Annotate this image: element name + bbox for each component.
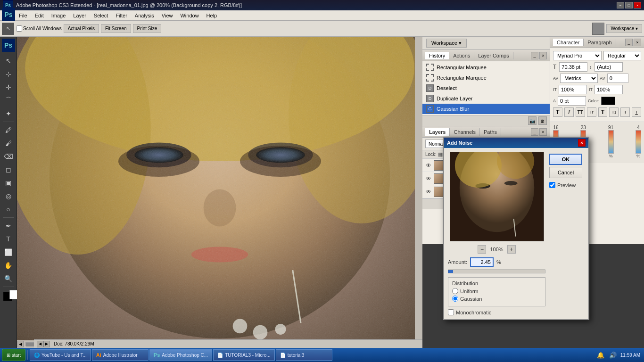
amount-slider[interactable] [448, 270, 545, 273]
lasso-tool[interactable]: ⌒ [2, 94, 15, 107]
shape-tool[interactable]: ⬜ [2, 246, 15, 258]
eyedropper-tool[interactable]: 🖉 [2, 124, 15, 136]
text-tool[interactable]: T [2, 233, 15, 245]
scroll-left-btn[interactable]: ◀ [17, 341, 24, 347]
gaussian-radio[interactable] [452, 296, 458, 302]
workspace-icon[interactable] [592, 23, 604, 35]
font-family-select[interactable]: Myriad Pro [553, 51, 602, 60]
uniform-radio[interactable] [452, 288, 458, 294]
lock-transparent-icon[interactable]: ▦ [438, 151, 443, 157]
leading-input[interactable] [594, 62, 623, 72]
font-size-input[interactable] [559, 62, 587, 72]
start-button[interactable]: ⊞ start [2, 349, 25, 361]
add-noise-dialog[interactable]: Add Noise × [443, 137, 589, 320]
taskbar-volume-icon[interactable]: 🔊 [608, 350, 618, 360]
tab-layers[interactable]: Layers [425, 128, 450, 136]
dodge-tool[interactable]: ○ [2, 203, 15, 215]
baseline-input[interactable] [558, 96, 586, 106]
taskbar-item-photoshop[interactable]: Ps Adobe Photoshop C... [149, 349, 212, 361]
zoom-tool[interactable]: 🔍 [2, 272, 15, 285]
close-button[interactable]: × [634, 2, 641, 8]
tracking-input[interactable] [607, 74, 628, 83]
scroll-all-checkbox[interactable] [16, 25, 22, 32]
superscript-button[interactable]: T1 [609, 107, 619, 117]
brush-tool[interactable]: 🖌 [2, 137, 15, 149]
menu-select[interactable]: Select [90, 12, 112, 19]
magic-wand-tool[interactable]: ✦ [2, 107, 15, 120]
dialog-close-button[interactable]: × [578, 139, 586, 147]
subscript-button[interactable]: T [620, 107, 630, 117]
char-collapse-btn[interactable]: _ [625, 39, 633, 46]
taskbar-item-tutorial1[interactable]: 📄 TUTORIAL3 - Micro... [213, 349, 275, 361]
taskbar-item-tutorial2[interactable]: 📄 tutorial3 [276, 349, 332, 361]
layer-visibility-1[interactable]: 👁 [425, 162, 432, 169]
selection-tool[interactable]: ↖ [2, 55, 15, 67]
tt-button[interactable]: TT [576, 107, 585, 117]
tab-paths[interactable]: Paths [480, 128, 501, 136]
move-tool[interactable]: ✛ [2, 81, 15, 93]
gradient-tool[interactable]: ▣ [2, 177, 15, 189]
eraser-tool[interactable]: ◻ [2, 164, 15, 176]
layer-visibility-3[interactable]: 👁 [425, 189, 432, 195]
print-size-button[interactable]: Print Size [133, 24, 162, 33]
history-new-snap-btn[interactable]: 📷 [528, 116, 537, 125]
history-item-selected[interactable]: G Gaussian Blur [422, 104, 550, 114]
history-item[interactable]: Rectangular Marquee [422, 62, 550, 73]
underline-button[interactable]: T [632, 107, 641, 117]
tab-character[interactable]: Character [553, 39, 584, 46]
ok-button[interactable]: OK [549, 154, 582, 165]
menu-window[interactable]: Window [176, 12, 202, 19]
history-item[interactable]: Rectangular Marquee [422, 73, 550, 83]
tab-paragraph[interactable]: Paragraph [584, 39, 616, 46]
adj-slider-4[interactable] [636, 130, 641, 154]
amount-input[interactable] [470, 257, 494, 267]
cancel-button[interactable]: Cancel [549, 167, 582, 178]
blur-tool[interactable]: ◎ [2, 190, 15, 202]
taskbar-item-illustrator[interactable]: Ai Adobe Illustrator [92, 349, 149, 361]
taskbar-notification-icon[interactable]: 🔔 [596, 350, 605, 360]
menu-file[interactable]: File [15, 12, 31, 19]
kerning-select[interactable]: Metrics [560, 74, 598, 83]
workspace-button[interactable]: Workspace ▾ [426, 39, 467, 48]
zoom-in-button[interactable]: + [507, 245, 516, 254]
monochromatic-checkbox[interactable] [448, 309, 454, 315]
tab-layer-comps[interactable]: Layer Comps [474, 52, 513, 59]
maximize-button[interactable]: □ [625, 2, 633, 8]
tab-channels[interactable]: Channels [450, 128, 479, 136]
workspace-button[interactable]: Workspace ▾ [606, 24, 642, 33]
history-close-btn[interactable]: × [539, 52, 547, 59]
history-item[interactable]: D Duplicate Layer [422, 93, 550, 104]
menu-edit[interactable]: Edit [31, 12, 48, 19]
font-style-select[interactable]: Regular [603, 51, 641, 60]
pen-tool[interactable]: ✒ [2, 220, 15, 232]
actual-pixels-button[interactable]: Actual Pixels [64, 24, 99, 33]
menu-analysis[interactable]: Analysis [131, 12, 158, 19]
menu-help[interactable]: Help [203, 12, 221, 19]
zoom-out-button[interactable]: − [478, 245, 486, 254]
hand-tool[interactable]: ✋ [2, 259, 15, 272]
taskbar-item-youtube[interactable]: 🌐 YouTube - Us and T... [30, 349, 91, 361]
char-close-btn[interactable]: × [634, 39, 641, 46]
t-bigger-button[interactable]: T [598, 107, 608, 117]
menu-image[interactable]: Image [48, 12, 70, 19]
minimize-button[interactable]: − [617, 2, 624, 8]
menu-layer[interactable]: Layer [69, 12, 90, 19]
history-delete-btn[interactable]: 🗑 [538, 116, 547, 125]
fit-screen-button[interactable]: Fit Screen [101, 24, 131, 33]
menu-view[interactable]: View [158, 12, 177, 19]
history-item[interactable]: D Deselect [422, 83, 550, 93]
tab-actions[interactable]: Actions [449, 52, 474, 59]
text-color-swatch[interactable] [601, 97, 615, 105]
scroll-right-small[interactable]: ▶ [43, 341, 50, 347]
layer-visibility-2[interactable]: 👁 [425, 175, 432, 182]
vertical-scrollbar[interactable] [415, 37, 422, 340]
layers-collapse-btn[interactable]: _ [531, 128, 538, 136]
menu-filter[interactable]: Filter [112, 12, 131, 19]
layers-close-btn[interactable]: × [539, 128, 547, 136]
italic-button[interactable]: T [564, 107, 574, 117]
crop-tool[interactable]: ⊹ [2, 68, 15, 80]
tab-history[interactable]: History [425, 52, 449, 59]
scale-h-input[interactable] [559, 85, 587, 94]
clone-stamp-tool[interactable]: ⌫ [2, 150, 15, 163]
tsmall-button[interactable]: Tr [587, 107, 596, 117]
